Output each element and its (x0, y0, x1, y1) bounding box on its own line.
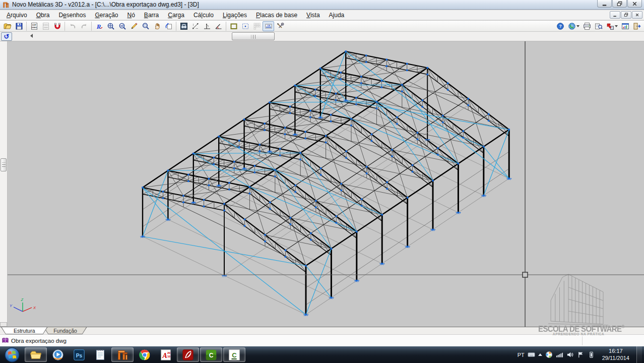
tab-estrutura[interactable]: Estrutura (1, 327, 48, 334)
pan-hand-icon[interactable] (151, 21, 163, 31)
vertical-scrollbar-thumb[interactable] (1, 158, 7, 171)
restore-icon[interactable] (612, 0, 627, 8)
windows-update-icon[interactable] (545, 351, 553, 358)
orbit-reset-icon[interactable]: ↺ (1, 32, 12, 41)
globe-icon[interactable] (566, 21, 581, 31)
grid-icon[interactable] (251, 21, 263, 31)
scroll-left-arrow-icon[interactable] (30, 34, 33, 38)
menu-item-no[interactable]: Nó (123, 11, 140, 20)
zoom-x2-icon[interactable]: x2 (116, 21, 128, 31)
menu-item-carga[interactable]: Carga (163, 11, 189, 20)
close-icon[interactable] (627, 0, 642, 8)
menu-item-placas-de-base[interactable]: Placas de base (251, 11, 302, 20)
svg-text:X: X (33, 306, 36, 310)
show-desktop-button[interactable] (636, 346, 642, 363)
export-arrow-icon[interactable] (604, 21, 619, 31)
taskbar-metalicas-icon[interactable] (111, 347, 134, 362)
zoom-all-icon[interactable] (105, 21, 116, 31)
tools-icon[interactable] (274, 21, 286, 31)
svg-text:124: 124 (267, 25, 270, 27)
orbit-icon[interactable] (163, 21, 174, 31)
menu-item-ajuda[interactable]: Ajuda (325, 11, 349, 20)
horizontal-scrollbar-thumb[interactable] (232, 32, 275, 40)
report-icon[interactable] (619, 21, 631, 31)
svg-text:C: C (209, 351, 214, 358)
status-text: Obra exportaçao dwg (11, 338, 67, 344)
menu-item-arquivo[interactable]: Arquivo (2, 11, 32, 20)
dot-select-icon[interactable] (239, 21, 251, 31)
help-icon[interactable]: ? (554, 21, 566, 31)
toolbar-right: ? (554, 21, 642, 31)
print-icon[interactable] (581, 21, 593, 31)
keyboard-icon[interactable] (528, 351, 535, 358)
clock[interactable]: 16:17 29/11/2014 (598, 348, 633, 362)
svg-text:DWG: DWG (32, 26, 37, 29)
menu-bar: ArquivoObraDesenhosGeraçãoNóBarraCargaCá… (0, 10, 644, 20)
taskbar-notepad-icon[interactable] (90, 347, 110, 362)
dim-distance-icon[interactable] (189, 21, 201, 31)
redraw-icon[interactable]: R (93, 21, 105, 31)
menu-item-barra[interactable]: Barra (140, 11, 163, 20)
taskbar-camtasia-recorder-icon[interactable]: C (223, 347, 245, 362)
taskbar-acrobat-icon[interactable] (177, 347, 199, 362)
svg-text:A: A (162, 351, 167, 359)
action-center-flag-icon[interactable] (577, 351, 585, 358)
toolbar: DXFDWGDWG2000Rx2124 ? (0, 21, 644, 32)
taskbar-photoshop-icon[interactable]: Ps (69, 347, 89, 362)
hidden-icons-up-icon[interactable] (538, 353, 542, 356)
mdi-window-controls (609, 11, 642, 19)
mdi-close-icon[interactable] (632, 11, 642, 19)
book-icon (2, 337, 9, 344)
tab-label: Fundação (44, 327, 87, 334)
network-signal-icon[interactable] (556, 351, 563, 358)
menu-item-desenhos[interactable]: Desenhos (54, 11, 90, 20)
view-bar: ↺ (0, 32, 644, 41)
battery-icon[interactable] (588, 351, 595, 358)
redo-icon[interactable] (78, 21, 90, 31)
vertical-scrollbar[interactable] (0, 41, 8, 327)
window-controls (597, 0, 642, 8)
mdi-restore-icon[interactable] (621, 11, 631, 19)
taskbar-wmp-icon[interactable] (48, 347, 68, 362)
title-bar: Novo Metálicas 3D - v2012.a - [C:\...\Ob… (0, 0, 644, 10)
exit-icon[interactable] (631, 21, 642, 31)
svg-text:x2: x2 (120, 24, 123, 27)
open-folder-icon[interactable] (2, 21, 13, 31)
menu-item-obra[interactable]: Obra (32, 11, 54, 20)
language-indicator[interactable]: PT (518, 352, 525, 358)
svg-text:Z: Z (21, 297, 24, 302)
zoom-window-icon[interactable] (140, 21, 151, 31)
app-icon (2, 1, 10, 9)
dim-perpendicular-icon[interactable] (201, 21, 213, 31)
taskbar-autocad-icon[interactable]: A2010 (156, 347, 176, 362)
print-preview-icon[interactable] (593, 21, 604, 31)
mdi-minimize-icon[interactable] (610, 11, 620, 19)
binoculars-icon[interactable] (178, 21, 189, 31)
pencil-icon[interactable] (128, 21, 140, 31)
export-dxf-icon[interactable]: DXFDWG (28, 21, 40, 31)
menu-item-calculo[interactable]: Cálculo (189, 11, 218, 20)
minimize-icon[interactable] (597, 0, 612, 8)
taskbar-explorer-icon[interactable] (25, 347, 47, 362)
taskbar-chrome-icon[interactable] (135, 347, 155, 362)
menu-item-vista[interactable]: Vista (302, 11, 324, 20)
taskbar-items: PsA2010CC (0, 347, 246, 362)
start-button[interactable] (1, 347, 24, 362)
export-dwg-icon[interactable]: DWG2000 (40, 21, 51, 31)
square-select-icon[interactable] (228, 21, 239, 31)
tab-fundacao[interactable]: Fundação (44, 327, 87, 334)
volume-icon[interactable] (566, 351, 574, 358)
magnet-icon[interactable] (51, 21, 63, 31)
structure-drawing[interactable]: ZXY (0, 41, 644, 327)
menu-item-geracao[interactable]: Geração (90, 11, 122, 20)
svg-text:C: C (232, 351, 237, 358)
drawing-canvas[interactable]: ZXY (0, 41, 644, 327)
dim-angle-icon[interactable] (213, 21, 224, 31)
taskbar-camtasia-studio-icon[interactable]: C (200, 347, 222, 362)
status-divider (582, 336, 583, 345)
undo-icon[interactable] (67, 21, 78, 31)
save-icon[interactable] (13, 21, 25, 31)
scrollbar-end-button[interactable] (0, 322, 7, 327)
dim-display-icon[interactable]: 124 (263, 21, 274, 31)
menu-item-ligacoes[interactable]: Ligações (218, 11, 251, 20)
